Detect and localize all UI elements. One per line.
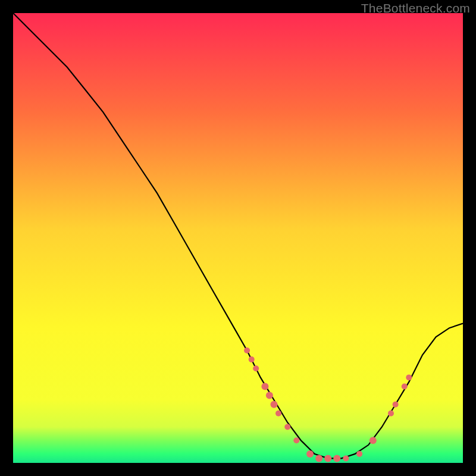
highlight-point — [293, 437, 299, 443]
highlight-point — [356, 451, 362, 457]
highlight-point — [275, 411, 281, 416]
highlight-point — [388, 411, 394, 416]
gradient-background — [13, 13, 463, 463]
highlight-point — [315, 455, 322, 462]
highlight-point — [261, 383, 268, 390]
highlight-point — [249, 356, 255, 362]
highlight-point — [306, 450, 314, 458]
highlight-point — [369, 437, 377, 444]
chart-svg — [13, 13, 463, 463]
highlight-point — [253, 365, 259, 371]
highlight-point — [284, 424, 290, 430]
chart-frame — [13, 13, 463, 463]
highlight-point — [244, 347, 250, 353]
highlight-point — [266, 392, 273, 399]
highlight-point — [333, 455, 340, 462]
highlight-point — [324, 455, 331, 462]
watermark-text: TheBottleneck.com — [361, 1, 470, 15]
highlight-point — [393, 402, 399, 408]
highlight-point — [402, 384, 408, 390]
highlight-point — [406, 374, 412, 380]
highlight-point — [271, 401, 278, 408]
highlight-point — [343, 455, 349, 461]
